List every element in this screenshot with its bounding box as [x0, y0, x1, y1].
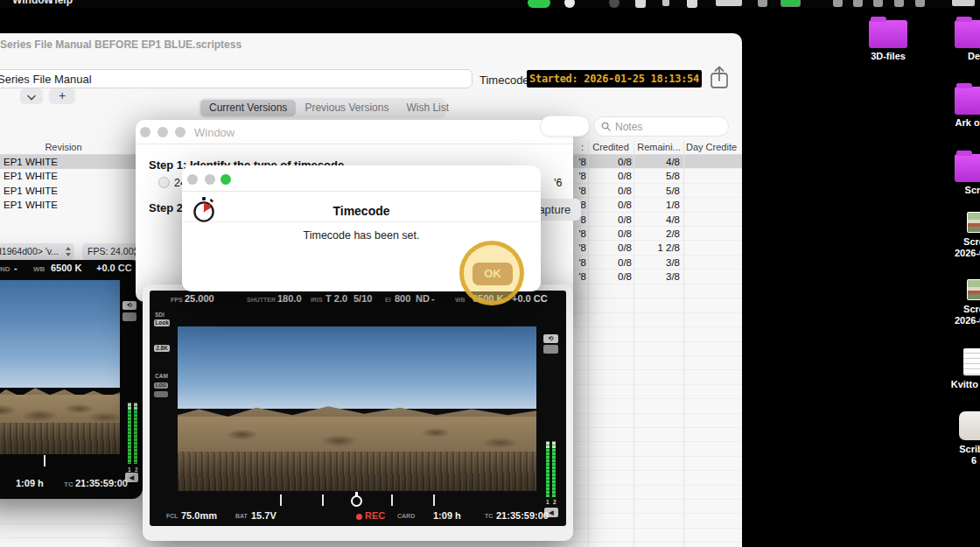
- close-icon[interactable]: [187, 174, 198, 185]
- dialog-titlebar[interactable]: Window: [136, 120, 573, 144]
- tc-label: TC: [64, 480, 74, 488]
- search-field-partial[interactable]: [540, 116, 590, 137]
- series-name-input[interactable]: [0, 69, 472, 88]
- table-row[interactable]: '8 0/8 4/8: [567, 155, 742, 169]
- radio-right-fragment: '6: [554, 177, 562, 189]
- timeline-tick: [391, 494, 393, 506]
- clip-dropdown[interactable]: d1964d00> 'v...: [0, 243, 74, 260]
- fps-label: FPS: [171, 297, 183, 303]
- radio-24[interactable]: [158, 177, 170, 188]
- alert-divider: [182, 221, 541, 222]
- dialog-title: Window: [194, 126, 234, 139]
- status-icon-dim[interactable]: [609, 0, 620, 8]
- fps-dropdown[interactable]: FPS: 24.00: [82, 243, 142, 260]
- table-row[interactable]: '8 0/8 1 2/8: [567, 241, 742, 255]
- viewfinder-window: FPS 25.000 SHUTTER 180.0 IRIS T 2.0 5/10…: [143, 284, 573, 541]
- search-menu-icon[interactable]: [894, 0, 904, 7]
- tab-previous-versions[interactable]: Previous Versions: [296, 100, 397, 116]
- desktop-icon-screenshot-2[interactable]: Scre 2026-03-: [934, 279, 980, 326]
- revision-column-header[interactable]: Revision: [0, 140, 141, 155]
- desktop-icon-3d-files[interactable]: 3D-files: [849, 20, 928, 62]
- menu-item-window[interactable]: Window: [12, 0, 52, 6]
- table-row[interactable]: '8 0/8 4/8: [567, 213, 742, 227]
- column-divider: [634, 140, 634, 547]
- status-icon-key[interactable]: [662, 0, 669, 6]
- shutter-label: SHUTTER: [247, 297, 276, 303]
- empty-table-rows: [567, 284, 742, 547]
- menu-item-help[interactable]: Help: [50, 0, 73, 6]
- desktop-icon-scribe[interactable]: Scribe 6: [934, 411, 980, 466]
- ei-value: 800: [395, 293, 410, 304]
- tab-wish-list[interactable]: Wish List: [397, 100, 458, 116]
- table-row[interactable]: '8 0/8 3/8: [567, 270, 742, 284]
- timeline-tick: [433, 494, 435, 506]
- column-header-credited[interactable]: Credited: [588, 140, 634, 155]
- fcl-label: FCL: [166, 513, 178, 519]
- timeline-tick: [44, 455, 46, 466]
- revision-dropdown-button[interactable]: [20, 88, 43, 104]
- grid-line: [0, 523, 133, 524]
- camera-image: [0, 280, 120, 454]
- focal-value: 75.0mm: [181, 510, 217, 521]
- look-chip: Look: [154, 319, 170, 326]
- table-row[interactable]: EP1 WHITE: [0, 198, 141, 212]
- desktop-icon-de[interactable]: De: [934, 20, 980, 62]
- status-icon-2[interactable]: [853, 0, 863, 7]
- rotate-icon[interactable]: ⟲: [122, 301, 136, 310]
- table-row[interactable]: '8 0/8 5/8: [567, 184, 742, 198]
- status-clock-text: [716, 0, 742, 6]
- desktop-icon-kvitto[interactable]: Kvitto Hot: [934, 348, 980, 390]
- close-icon[interactable]: [140, 127, 150, 137]
- desktop-icon-ark-of-c[interactable]: Ark of C: [934, 87, 980, 129]
- record-ring-icon: [351, 495, 362, 507]
- table-row[interactable]: EP1 WHITE: [0, 169, 141, 183]
- minimize-icon[interactable]: [158, 127, 168, 137]
- desktop-icon-scri[interactable]: Scri: [934, 154, 980, 196]
- table-row[interactable]: '8 0/8 5/8: [567, 169, 742, 183]
- status-icon-1[interactable]: [833, 0, 843, 7]
- desktop-icon-screenshot-1[interactable]: Scre 2026-03-: [934, 212, 980, 259]
- ei-label: EI: [385, 297, 391, 303]
- desktop: Window Help 3D-files De Ark of C Scri Sc…: [0, 0, 980, 547]
- status-icon-display[interactable]: [758, 0, 767, 7]
- share-icon[interactable]: [707, 64, 732, 91]
- battery-icon[interactable]: [780, 0, 801, 7]
- status-icon-grid[interactable]: [687, 0, 697, 8]
- fps-value: 25.000: [185, 293, 214, 304]
- battery-value: 15.7V: [251, 510, 276, 521]
- table-row[interactable]: EP1 WHITE: [0, 155, 141, 169]
- battery-label: BAT: [235, 513, 248, 519]
- window-title: Series File Manual BEFORE EP1 BLUE.scrip…: [0, 39, 242, 51]
- wb-value: 6500 K: [51, 263, 81, 273]
- record-dot-icon: [356, 514, 362, 520]
- nd-label: ND: [0, 265, 10, 273]
- table-row[interactable]: '8 0/8 3/8: [567, 256, 742, 270]
- add-button[interactable]: +: [49, 88, 75, 104]
- minimize-icon[interactable]: [205, 174, 215, 185]
- status-icon-square[interactable]: [635, 0, 646, 8]
- tab-current-versions[interactable]: Current Versions: [200, 100, 296, 116]
- document-icon: [963, 348, 980, 375]
- app-icon: [959, 411, 980, 440]
- audio-meter-1: [546, 441, 550, 497]
- zoom-icon[interactable]: [220, 174, 231, 185]
- search-icon: [601, 122, 611, 131]
- notes-search-input[interactable]: Notes: [593, 116, 729, 137]
- mode-chip-icon[interactable]: [543, 345, 558, 354]
- camera-status-icon[interactable]: [528, 0, 550, 8]
- column-header-remaining[interactable]: Remaini...: [635, 140, 682, 155]
- table-row[interactable]: '8 0/8 1/8: [567, 198, 742, 212]
- mode-chip-icon[interactable]: [122, 312, 136, 321]
- status-icon-circle[interactable]: [564, 0, 575, 8]
- rotate-icon[interactable]: ⟲: [543, 334, 558, 343]
- zoom-icon[interactable]: [175, 127, 186, 137]
- wb-label: WB: [33, 265, 45, 273]
- table-row[interactable]: EP1 WHITE: [0, 184, 141, 198]
- step2-label: Step 2:: [149, 201, 186, 214]
- column-header-day-credits[interactable]: Day Credite: [686, 140, 742, 155]
- iris-value: T 2.0: [326, 293, 347, 304]
- mode-chip: [154, 391, 168, 397]
- control-center-icon[interactable]: [915, 0, 925, 7]
- table-row[interactable]: '8 0/8 2/8: [567, 227, 742, 241]
- wifi-icon[interactable]: [873, 0, 883, 7]
